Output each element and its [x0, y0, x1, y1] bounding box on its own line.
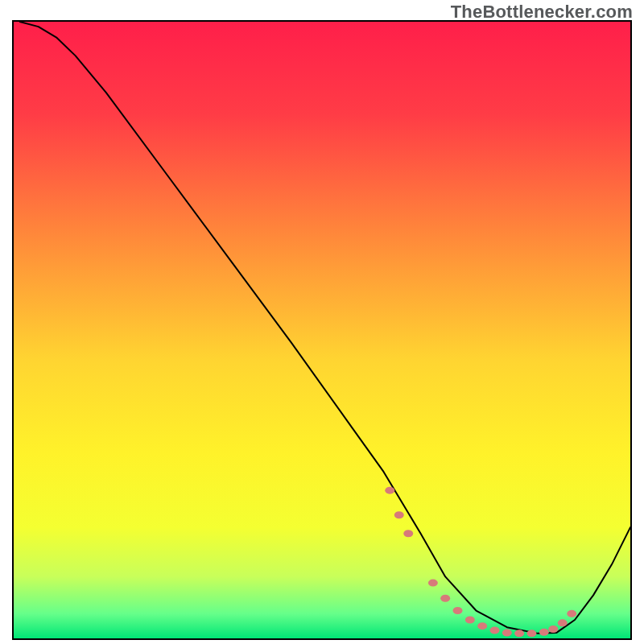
- optimum-marker: [567, 610, 576, 617]
- optimum-marker: [465, 617, 475, 624]
- optimum-marker: [403, 530, 413, 537]
- chart-svg: [14, 22, 630, 638]
- optimum-marker: [394, 511, 404, 518]
- optimum-marker: [548, 625, 558, 633]
- optimum-marker: [514, 630, 524, 637]
- optimum-marker: [385, 487, 394, 494]
- optimum-marker: [558, 619, 568, 626]
- optimum-marker: [440, 595, 450, 602]
- optimum-marker: [539, 629, 549, 636]
- chart-background: [14, 22, 630, 638]
- optimum-marker: [526, 630, 536, 637]
- optimum-marker: [453, 607, 463, 614]
- optimum-marker: [428, 580, 438, 587]
- optimum-marker: [489, 627, 499, 634]
- optimum-marker: [502, 630, 512, 637]
- optimum-marker: [477, 622, 487, 630]
